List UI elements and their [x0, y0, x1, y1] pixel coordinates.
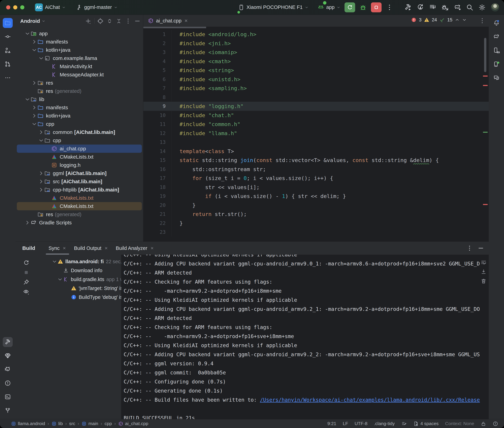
chevron-right-icon[interactable]	[31, 39, 37, 45]
tool-window-button-folder[interactable]	[3, 18, 13, 28]
editor-tab-ai-chat-cpp[interactable]: ai_chat.cpp	[143, 15, 193, 27]
build-tree-row[interactable]: llama.android: fi 22 sec, 583 ms	[37, 257, 121, 266]
tree-item-com-example-llama[interactable]: com.example.llama	[17, 54, 142, 62]
tool-window-button-pull-requests[interactable]	[3, 59, 13, 69]
minus-button[interactable]	[134, 18, 141, 25]
status-widget-lf[interactable]: LF	[343, 421, 348, 426]
status-widget-9-21[interactable]: 9:21	[327, 421, 336, 426]
tool-window-button-structure[interactable]	[3, 45, 13, 55]
tree-item-app[interactable]: app	[17, 29, 142, 38]
eye-button[interactable]	[23, 288, 29, 295]
pin-button[interactable]	[23, 279, 29, 285]
stop-square-button[interactable]	[23, 269, 29, 276]
vertical-scrollbar[interactable]	[484, 38, 486, 72]
status-widget-4-spaces[interactable]: 4 spaces	[413, 421, 439, 427]
build-tab-sync[interactable]: Sync	[45, 242, 70, 255]
editor-options-kebab[interactable]	[479, 17, 486, 24]
error-stripe-mark[interactable]	[483, 85, 488, 86]
tree-item-res[interactable]: res	[17, 79, 142, 87]
settings-button[interactable]	[478, 4, 486, 11]
fold-button[interactable]	[115, 18, 122, 25]
tree-item-logging-h[interactable]: logging.h	[17, 161, 142, 169]
prev-problem-chevron[interactable]	[455, 17, 460, 22]
tool-window-button-diamond[interactable]	[3, 351, 13, 361]
tree-item-cpp[interactable]: cpp	[17, 120, 142, 128]
tree-item-res[interactable]: res (generated)	[17, 87, 142, 95]
close-icon[interactable]	[62, 246, 66, 250]
tree-item-manifests[interactable]: manifests	[17, 103, 142, 112]
tree-item-kotlin-java[interactable]: kotlin+java	[17, 112, 142, 120]
chevron-down-icon[interactable]	[24, 31, 31, 37]
breadcrumb-cpp[interactable]: cpp	[105, 421, 112, 426]
tree-item-cmakelists-txt[interactable]: CMakeLists.txt	[17, 202, 142, 210]
close-icon[interactable]	[150, 246, 154, 250]
tool-window-button-running-devices[interactable]	[491, 59, 501, 69]
breadcrumb-llama-android[interactable]: llama.android	[11, 421, 45, 426]
tree-item-gradle-scripts[interactable]: Gradle Scripts	[17, 219, 142, 227]
chevron-right-icon[interactable]	[38, 187, 44, 193]
tree-item-cpp-httplib[interactable]: cpp-httplib [AiChat.lib.main]	[17, 186, 142, 194]
apply-changes-button[interactable]	[417, 4, 424, 11]
chevron-right-icon[interactable]	[38, 170, 44, 176]
tree-item-messageadapter-kt[interactable]: MessageAdapter.kt	[17, 71, 142, 79]
next-problem-chevron[interactable]	[462, 17, 467, 22]
tree-item-lib[interactable]: lib	[17, 95, 142, 103]
chevron-down-icon[interactable]	[38, 137, 44, 144]
refresh-button[interactable]	[23, 260, 29, 266]
chevron-down-icon[interactable]	[31, 121, 37, 127]
build-output-path-link[interactable]: /Users/hanyin/Workspace/ai-chat/examples…	[260, 397, 480, 403]
close-icon[interactable]	[184, 18, 188, 23]
tool-window-button-problems[interactable]	[3, 378, 13, 388]
chevron-right-icon[interactable]	[24, 220, 31, 226]
tree-item-kotlin-java[interactable]: kotlin+java	[17, 46, 142, 54]
tool-window-button-terminal[interactable]	[3, 392, 13, 402]
tree-item-ai-chat-cpp[interactable]: ai_chat.cpp	[17, 145, 142, 153]
horizontal-scrollbar[interactable]	[143, 27, 206, 28]
status-widget-icon[interactable]	[401, 421, 407, 427]
tree-item-res[interactable]: res (generated)	[17, 210, 142, 219]
tool-window-button-more[interactable]	[3, 73, 13, 83]
error-stripe-mark[interactable]	[483, 204, 488, 205]
breadcrumb-ai-chat-cpp[interactable]: ai_chat.cpp	[118, 421, 148, 426]
unfold-button[interactable]	[106, 18, 113, 25]
target-button[interactable]	[97, 18, 104, 25]
tree-item-src[interactable]: src [AiChat.lib.main]	[17, 177, 142, 186]
wrap-button[interactable]	[480, 259, 487, 266]
chevron-down-icon[interactable]	[38, 55, 44, 61]
build-tree-row[interactable]: 'jvmTarget: String' is deprec	[37, 284, 121, 293]
tool-window-button-gemini-chat[interactable]	[491, 73, 501, 83]
inspections-widget[interactable]: 3 24 15	[411, 17, 467, 23]
chevron-right-icon[interactable]	[31, 105, 37, 111]
tree-item-cmakelists-txt[interactable]: CMakeLists.txt	[17, 194, 142, 202]
breadcrumb-lib[interactable]: lib	[51, 421, 63, 426]
tree-item-cmakelists-txt[interactable]: CMakeLists.txt	[17, 153, 142, 161]
tool-window-button-bell[interactable]	[491, 18, 501, 28]
build-tree-row[interactable]: Download info	[37, 266, 121, 275]
build-list-button[interactable]	[429, 4, 436, 11]
status-widget-context-none[interactable]: Context: None	[445, 421, 474, 426]
breadcrumb-src[interactable]: src	[69, 421, 75, 426]
build-hammer-run-button[interactable]	[404, 4, 412, 11]
tool-window-button-gradle[interactable]	[491, 32, 501, 42]
gradle-sync-button[interactable]	[453, 4, 461, 11]
breadcrumb-main[interactable]: main	[81, 421, 98, 426]
chevron-right-icon[interactable]	[31, 113, 37, 119]
tool-window-button-commit[interactable]	[3, 32, 13, 42]
minus-button[interactable]	[478, 245, 484, 252]
project-view-selector[interactable]: Android	[20, 18, 40, 24]
kebab-button[interactable]	[125, 18, 132, 25]
tool-window-button-profiler[interactable]	[3, 364, 13, 374]
tool-window-button-vcs-branch[interactable]	[3, 406, 13, 415]
run-configuration-selector[interactable]: app	[315, 3, 343, 12]
chevron-right-icon[interactable]	[38, 129, 44, 135]
search-button[interactable]	[466, 4, 473, 11]
chevron-right-icon[interactable]	[38, 179, 44, 185]
error-stripe-mark[interactable]	[483, 75, 488, 77]
chevron-right-icon[interactable]	[31, 80, 37, 86]
build-tree-row[interactable]: build.gradle.kts app 1 warning	[37, 275, 121, 284]
chevron-down-icon[interactable]	[24, 96, 31, 102]
status-widget-icon[interactable]	[493, 421, 498, 427]
chevron-down-icon[interactable]	[52, 259, 58, 264]
chevron-down-icon[interactable]	[31, 47, 37, 53]
tool-window-button-device-manager[interactable]	[491, 45, 501, 55]
